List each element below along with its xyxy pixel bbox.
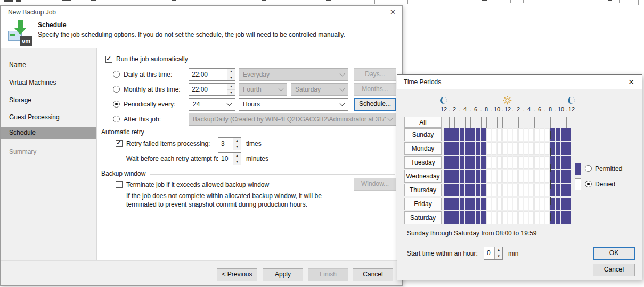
- grid-cell[interactable]: [481, 128, 486, 141]
- spin-up-icon[interactable]: ▲: [495, 247, 502, 253]
- grid-cell[interactable]: [465, 211, 470, 224]
- grid-cell[interactable]: [566, 170, 571, 183]
- permitted-radio[interactable]: [585, 165, 592, 172]
- grid-cell[interactable]: [550, 170, 555, 183]
- grid-cell[interactable]: [470, 142, 475, 155]
- grid-cell[interactable]: [556, 198, 560, 210]
- grid-cell[interactable]: [561, 211, 566, 224]
- grid-cell[interactable]: [444, 128, 449, 141]
- period-unit-dropdown[interactable]: Hours: [239, 98, 348, 111]
- grid-cell[interactable]: [449, 128, 454, 141]
- grid-cell[interactable]: [550, 184, 555, 196]
- grid-cell[interactable]: [476, 198, 480, 210]
- grid-cell[interactable]: [449, 198, 454, 210]
- grid-cell[interactable]: [454, 142, 459, 155]
- retry-wait-spinner[interactable]: 10 ▲▼: [218, 152, 241, 165]
- grid-cell[interactable]: [566, 142, 571, 155]
- spin-up-icon[interactable]: ▲: [233, 153, 241, 159]
- grid-cell[interactable]: [556, 184, 560, 196]
- schedule-button[interactable]: Schedule...: [354, 98, 396, 111]
- grid-all-button[interactable]: All: [404, 117, 442, 128]
- sidebar-item-summary[interactable]: Summary: [1, 146, 96, 158]
- grid-cell[interactable]: [476, 142, 480, 155]
- grid-cell[interactable]: [550, 142, 555, 155]
- run-automatically-checkbox[interactable]: [105, 56, 112, 63]
- previous-button[interactable]: < Previous: [217, 268, 257, 281]
- grid-cell[interactable]: [481, 156, 486, 169]
- sidebar-item-guest-processing[interactable]: Guest Processing: [1, 111, 96, 124]
- monthly-weekday-dropdown[interactable]: Saturday: [291, 83, 348, 96]
- grid-cell[interactable]: [449, 184, 454, 196]
- sidebar-item-storage[interactable]: Storage: [1, 94, 96, 106]
- daily-frequency-dropdown[interactable]: Everyday: [239, 68, 348, 81]
- day-label-wednesday[interactable]: Wednesday: [404, 170, 442, 183]
- sidebar-item-name[interactable]: Name: [1, 59, 96, 71]
- grid-cell[interactable]: [476, 170, 480, 183]
- grid-cell[interactable]: [561, 170, 566, 183]
- grid-cell[interactable]: [481, 198, 486, 210]
- window-button[interactable]: Window...: [354, 178, 396, 191]
- grid-cell[interactable]: [465, 184, 470, 196]
- retry-checkbox[interactable]: [116, 140, 123, 147]
- grid-cell[interactable]: [460, 211, 464, 224]
- terminate-checkbox[interactable]: [116, 181, 123, 188]
- grid-cell[interactable]: [470, 170, 475, 183]
- daily-radio[interactable]: [113, 71, 120, 78]
- grid-cell[interactable]: [476, 184, 480, 196]
- grid-cell[interactable]: [465, 170, 470, 183]
- retry-count-spinner[interactable]: 3 ▲▼: [218, 137, 241, 150]
- spin-down-icon[interactable]: ▼: [233, 144, 241, 150]
- spin-up-icon[interactable]: ▲: [227, 69, 235, 75]
- periodically-radio[interactable]: [113, 101, 120, 108]
- grid-cell[interactable]: [476, 128, 480, 141]
- grid-cell[interactable]: [449, 156, 454, 169]
- grid-cell[interactable]: [444, 211, 449, 224]
- grid-cell[interactable]: [550, 198, 555, 210]
- grid-cell[interactable]: [476, 156, 480, 169]
- months-button[interactable]: Months...: [354, 83, 396, 96]
- grid-cell[interactable]: [550, 211, 555, 224]
- grid-cell[interactable]: [566, 184, 571, 196]
- grid-cell[interactable]: [481, 184, 486, 196]
- grid-cell[interactable]: [556, 128, 560, 141]
- cancel-button[interactable]: Cancel: [353, 268, 393, 281]
- grid-cell[interactable]: [454, 198, 459, 210]
- day-label-saturday[interactable]: Saturday: [404, 211, 442, 224]
- grid-cell[interactable]: [460, 128, 464, 141]
- spin-down-icon[interactable]: ▼: [227, 90, 235, 96]
- spin-down-icon[interactable]: ▼: [227, 75, 235, 81]
- grid-cell[interactable]: [444, 184, 449, 196]
- grid-cell[interactable]: [454, 128, 459, 141]
- grid-cell[interactable]: [556, 156, 560, 169]
- grid-cell[interactable]: [556, 142, 560, 155]
- grid-cell[interactable]: [465, 128, 470, 141]
- grid-cell[interactable]: [449, 211, 454, 224]
- grid-cell[interactable]: [460, 156, 464, 169]
- grid-cell[interactable]: [561, 142, 566, 155]
- grid-cell[interactable]: [470, 211, 475, 224]
- grid-cell[interactable]: [481, 170, 486, 183]
- grid-cell[interactable]: [556, 170, 560, 183]
- tp-cancel-button[interactable]: Cancel: [593, 264, 635, 276]
- apply-button[interactable]: Apply: [263, 268, 303, 281]
- grid-cell[interactable]: [566, 156, 571, 169]
- daily-time-spinner[interactable]: 22:00 ▲▼: [189, 68, 235, 81]
- day-label-friday[interactable]: Friday: [404, 198, 442, 210]
- grid-cell[interactable]: [481, 211, 486, 224]
- close-icon[interactable]: ✕: [390, 8, 396, 16]
- day-label-monday[interactable]: Monday: [404, 142, 442, 155]
- grid-cell[interactable]: [444, 142, 449, 155]
- grid-cell[interactable]: [460, 198, 464, 210]
- grid-cell[interactable]: [460, 184, 464, 196]
- grid-cell[interactable]: [454, 211, 459, 224]
- close-icon[interactable]: ✕: [628, 78, 634, 86]
- period-value-dropdown[interactable]: 24: [189, 98, 235, 111]
- day-label-sunday[interactable]: Sunday: [404, 128, 442, 141]
- grid-cell[interactable]: [444, 198, 449, 210]
- grid-cell[interactable]: [470, 198, 475, 210]
- grid-cell[interactable]: [566, 198, 571, 210]
- monthly-radio[interactable]: [113, 86, 120, 93]
- day-label-thursday[interactable]: Thursday: [404, 184, 442, 196]
- grid-cell[interactable]: [454, 170, 459, 183]
- grid-cell[interactable]: [470, 128, 475, 141]
